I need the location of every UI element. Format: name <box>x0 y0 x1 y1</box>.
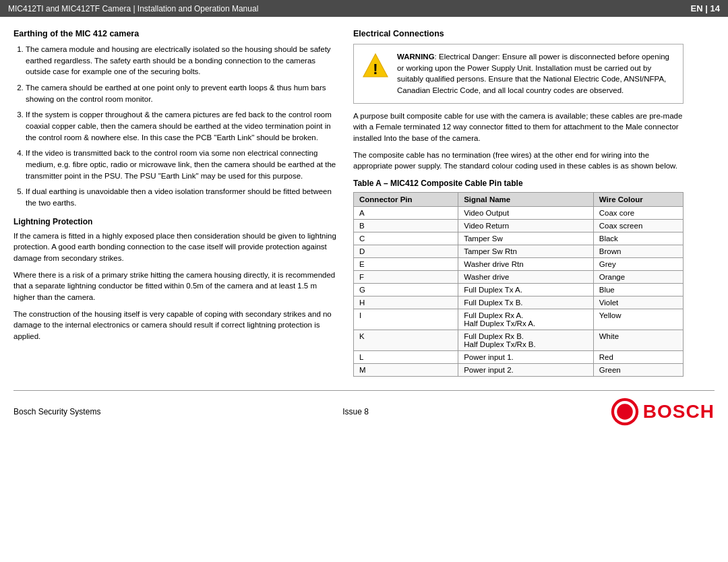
table-heading: Table A – MIC412 Composite Cable Pin tab… <box>353 179 684 188</box>
table-cell: Coax screen <box>593 220 683 232</box>
table-cell: Tamper Sw <box>458 232 594 245</box>
table-cell: I <box>354 309 458 330</box>
table-cell: Grey <box>593 258 683 271</box>
col-signal-name: Signal Name <box>458 193 594 207</box>
table-body: AVideo OutputCoax coreBVideo ReturnCoax … <box>354 207 684 377</box>
table-cell: Power input 2. <box>458 364 594 377</box>
table-cell: Video Return <box>458 220 594 232</box>
table-cell: H <box>354 296 458 309</box>
table-cell: Full Duplex Rx B.Half Duplex Tx/Rx B. <box>458 330 594 351</box>
table-header-row: Connector Pin Signal Name Wire Colour <box>354 193 684 207</box>
col-wire-colour: Wire Colour <box>593 193 683 207</box>
table-cell: F <box>354 271 458 284</box>
warning-box: ! WARNING: Electrical Danger: Ensure all… <box>353 44 684 104</box>
lightning-heading: Lightning Protection <box>13 217 337 226</box>
paragraph: If the camera is fitted in a highly expo… <box>13 230 337 264</box>
list-item: If the video is transmitted back to the … <box>26 148 337 181</box>
table-cell: M <box>354 364 458 377</box>
table-cell: Full Duplex Tx B. <box>458 296 594 309</box>
para1: A purpose built composite cable for use … <box>353 111 684 144</box>
list-item: If dual earthing is unavoidable then a v… <box>26 186 337 208</box>
table-row: IFull Duplex Rx A.Half Duplex Tx/Rx A.Ye… <box>354 309 684 330</box>
table-row: GFull Duplex Tx A.Blue <box>354 284 684 296</box>
table-cell: Red <box>593 351 683 364</box>
table-cell: E <box>354 258 458 271</box>
table-cell: Washer drive <box>458 271 594 284</box>
table-row: DTamper Sw RtnBrown <box>354 245 684 258</box>
left-column: Earthing of the MIC 412 camera The camer… <box>13 29 337 377</box>
footer: Bosch Security Systems Issue 8 BOSCH <box>13 390 715 426</box>
cable-table: Connector Pin Signal Name Wire Colour AV… <box>353 192 684 377</box>
table-cell: Full Duplex Rx A.Half Duplex Tx/Rx A. <box>458 309 594 330</box>
table-cell: White <box>593 330 683 351</box>
table-cell: Orange <box>593 271 683 284</box>
table-cell: Tamper Sw Rtn <box>458 245 594 258</box>
paragraph: Where there is a risk of a primary strik… <box>13 270 337 303</box>
table-cell: Power input 1. <box>458 351 594 364</box>
table-row: FWasher driveOrange <box>354 271 684 284</box>
table-row: BVideo ReturnCoax screen <box>354 220 684 232</box>
bosch-logo: BOSCH <box>611 398 715 426</box>
table-cell: B <box>354 220 458 232</box>
paragraph: The construction of the housing itself i… <box>13 309 337 342</box>
warning-label: WARNING <box>397 53 435 61</box>
warning-text: WARNING: Electrical Danger: Ensure all p… <box>397 51 676 96</box>
table-row: CTamper SwBlack <box>354 232 684 245</box>
table-cell: L <box>354 351 458 364</box>
table-cell: Blue <box>593 284 683 296</box>
footer-company: Bosch Security Systems <box>13 407 100 416</box>
table-cell: Video Output <box>458 207 594 220</box>
table-row: EWasher drive RtnGrey <box>354 258 684 271</box>
footer-issue: Issue 8 <box>342 407 369 416</box>
right-column: Electrical Connections ! WARNING: Electr… <box>353 29 684 377</box>
table-cell: A <box>354 207 458 220</box>
para2: The composite cable has no termination (… <box>353 150 684 172</box>
table-cell: Brown <box>593 245 683 258</box>
list-item: The camera module and housing are electr… <box>26 44 337 77</box>
table-row: LPower input 1.Red <box>354 351 684 364</box>
earthing-heading: Earthing of the MIC 412 camera <box>13 29 337 38</box>
table-cell: Green <box>593 364 683 377</box>
table-cell: C <box>354 232 458 245</box>
table-cell: Violet <box>593 296 683 309</box>
lightning-paragraphs: If the camera is fitted in a highly expo… <box>13 230 337 342</box>
table-cell: Yellow <box>593 309 683 330</box>
bosch-name: BOSCH <box>643 401 715 423</box>
table-row: MPower input 2.Green <box>354 364 684 377</box>
list-item: If the system is copper throughout & the… <box>26 109 337 143</box>
table-cell: G <box>354 284 458 296</box>
svg-text:!: ! <box>373 61 377 77</box>
svg-point-4 <box>617 404 633 420</box>
main-content: Earthing of the MIC 412 camera The camer… <box>0 17 728 383</box>
table-row: KFull Duplex Rx B.Half Duplex Tx/Rx B.Wh… <box>354 330 684 351</box>
table-cell: Coax core <box>593 207 683 220</box>
warning-icon: ! <box>361 51 390 96</box>
table-cell: Black <box>593 232 683 245</box>
table-row: AVideo OutputCoax core <box>354 207 684 220</box>
earthing-list: The camera module and housing are electr… <box>13 44 337 209</box>
table-row: HFull Duplex Tx B.Violet <box>354 296 684 309</box>
list-item: The camera should be earthed at one poin… <box>26 82 337 104</box>
electrical-heading: Electrical Connections <box>353 29 684 38</box>
table-cell: Full Duplex Tx A. <box>458 284 594 296</box>
bosch-logo-icon <box>611 398 639 426</box>
document-title: MIC412TI and MIC412TF Camera | Installat… <box>8 4 258 13</box>
table-cell: Washer drive Rtn <box>458 258 594 271</box>
table-cell: D <box>354 245 458 258</box>
col-connector-pin: Connector Pin <box>354 193 458 207</box>
header-bar: MIC412TI and MIC412TF Camera | Installat… <box>0 0 728 17</box>
table-cell: K <box>354 330 458 351</box>
page-number: EN | 14 <box>691 3 720 13</box>
